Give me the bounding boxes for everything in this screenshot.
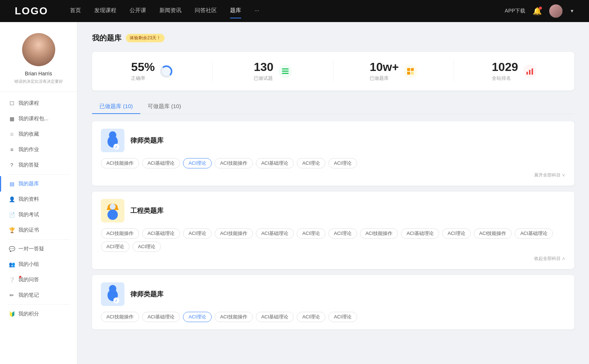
svg-point-18 [110, 204, 116, 210]
user-avatar[interactable] [549, 4, 562, 18]
tag-eng1-3[interactable]: ACI技能操作 [215, 228, 253, 239]
svg-text:✓: ✓ [115, 299, 118, 303]
avatar-image [549, 4, 562, 18]
sidebar-item-my-homework[interactable]: ≡ 我的作业 [0, 142, 77, 157]
stat-value-correct: 55% [131, 61, 155, 74]
tag-lawyer1-1[interactable]: ACI基础理论 [142, 158, 180, 168]
nav-open-course[interactable]: 公开课 [130, 7, 146, 15]
svg-rect-10 [529, 70, 530, 75]
tag-lawyer1-4[interactable]: ACI基础理论 [256, 158, 294, 168]
questions-icon: ▤ [9, 181, 15, 187]
tag-eng1-10[interactable]: ACI技能操作 [474, 228, 512, 239]
profile-icon: 👤 [9, 196, 15, 202]
notification-bell[interactable]: 🔔 [533, 7, 542, 15]
profile-avatar[interactable] [22, 33, 55, 66]
sidebar-item-my-courses[interactable]: ☐ 我的课程 [0, 96, 77, 111]
tag-lawyer1-6[interactable]: ACI理论 [328, 158, 357, 168]
sidebar-item-my-group[interactable]: 👥 我的小组 [0, 257, 77, 272]
tag-eng1-6[interactable]: ACI理论 [328, 228, 357, 239]
nav-news[interactable]: 新闻资讯 [159, 7, 181, 15]
tag-eng1-11[interactable]: ACI基础理论 [515, 228, 553, 239]
sidebar-item-my-profile[interactable]: 👤 我的资料 [0, 192, 77, 207]
sidebar-divider-1 [7, 174, 70, 175]
qbank-header-lawyer-2: ✓ 律师类题库 [101, 282, 565, 306]
page-title: 我的题库 [92, 33, 121, 43]
sidebar-item-my-packages[interactable]: ▦ 我的课程包... [0, 111, 77, 126]
qbank-tags-engineer-1: ACI技能操作 ACI基础理论 ACI理论 ACI技能操作 ACI基础理论 AC… [101, 228, 565, 252]
points-icon: 🔰 [9, 311, 15, 317]
collapse-button-engineer-1[interactable]: 收起全部科目 ∧ [534, 256, 565, 262]
tag-eng1-9[interactable]: ACI理论 [442, 228, 471, 239]
tag-lawyer1-5[interactable]: ACI理论 [297, 158, 325, 168]
courses-icon: ☐ [9, 100, 15, 106]
stat-value-banks: 10w+ [370, 61, 399, 74]
qbank-title-engineer-1: 工程类题库 [130, 206, 163, 215]
tag-eng1-13[interactable]: ACI理论 [133, 242, 161, 252]
tag-eng1-12[interactable]: ACI理论 [101, 242, 130, 252]
stat-done-banks: 10w+ 已做题库 [334, 61, 454, 82]
svg-point-20 [109, 285, 116, 292]
stat-correct-rate: 55% 正确率 [92, 61, 213, 82]
nav-more[interactable]: ··· [254, 7, 259, 15]
certificates-icon: 🏆 [9, 227, 15, 233]
sidebar-profile: Brian Harris 错误的决定比没有决定要好 [0, 22, 77, 92]
sidebar-item-my-exams[interactable]: 📄 我的考试 [0, 207, 77, 222]
tag-eng1-7[interactable]: ACI技能操作 [360, 228, 398, 239]
tag-lawyer2-0[interactable]: ACI技能操作 [101, 312, 139, 322]
stat-text-correct: 55% 正确率 [131, 61, 155, 82]
stat-label-correct: 正确率 [131, 75, 155, 82]
list-icon [281, 67, 289, 75]
qbank-tags-lawyer-1: ACI技能操作 ACI基础理论 ACI理论 ACI技能操作 ACI基础理论 AC… [101, 158, 565, 168]
sidebar-item-my-points[interactable]: 🔰 我的积分 [0, 306, 77, 322]
tag-lawyer1-3[interactable]: ACI技能操作 [215, 158, 253, 168]
tag-lawyer2-2[interactable]: ACI理论 [183, 312, 212, 322]
expand-button-lawyer-1[interactable]: 展开全部科目 ∨ [534, 172, 565, 178]
sidebar-label-my-packages: 我的课程包... [18, 115, 49, 122]
lawyer-avatar-icon: ✓ [104, 130, 121, 151]
sidebar-item-one-on-one[interactable]: 💬 一对一答疑 [0, 241, 77, 257]
stat-done-questions: 130 已做试题 [213, 61, 334, 82]
sidebar-item-my-notes[interactable]: ✏ 我的笔记 [0, 288, 77, 303]
stat-text-rank: 1029 全站排名 [492, 61, 518, 82]
tag-lawyer1-2[interactable]: ACI理论 [183, 158, 212, 168]
main-layout: Brian Harris 错误的决定比没有决定要好 ☐ 我的课程 ▦ 我的课程包… [0, 22, 589, 364]
favorites-icon: ☆ [9, 131, 15, 137]
tab-done-banks[interactable]: 已做题库 (10) [92, 99, 140, 114]
tag-lawyer1-0[interactable]: ACI技能操作 [101, 158, 139, 168]
nav-home[interactable]: 首页 [70, 7, 81, 15]
sidebar-divider-3 [7, 304, 70, 305]
packages-icon: ▦ [9, 116, 15, 122]
app-download-button[interactable]: APP下载 [505, 8, 525, 14]
qbank-avatar-lawyer-1: ✓ [101, 129, 124, 152]
tag-eng1-4[interactable]: ACI基础理论 [256, 228, 294, 239]
tag-eng1-5[interactable]: ACI理论 [297, 228, 325, 239]
tag-eng1-8[interactable]: ACI基础理论 [401, 228, 439, 239]
sidebar-item-my-qa[interactable]: ? 我的答疑 [0, 157, 77, 173]
user-menu-chevron[interactable]: ▼ [570, 8, 574, 14]
stat-icon-done [279, 65, 292, 78]
qa-icon: ? [9, 162, 15, 168]
tag-eng1-0[interactable]: ACI技能操作 [101, 228, 139, 239]
tag-lawyer2-5[interactable]: ACI理论 [297, 312, 325, 322]
tag-lawyer2-4[interactable]: ACI基础理论 [256, 312, 294, 322]
svg-rect-4 [282, 73, 289, 74]
svg-point-17 [107, 210, 118, 220]
sidebar-label-my-profile: 我的资料 [18, 196, 39, 203]
nav-qa[interactable]: 问答社区 [195, 7, 217, 15]
sidebar-label-my-homework: 我的作业 [18, 146, 39, 153]
tab-available-banks[interactable]: 可做题库 (10) [140, 99, 188, 114]
navbar: LOGO 首页 发现课程 公开课 新闻资讯 问答社区 题库 ··· APP下载 … [0, 0, 589, 22]
tag-eng1-1[interactable]: ACI基础理论 [142, 228, 180, 239]
stat-label-banks: 已做题库 [370, 75, 399, 82]
tag-lawyer2-6[interactable]: ACI理论 [328, 312, 357, 322]
sidebar-item-my-favorites[interactable]: ☆ 我的收藏 [0, 126, 77, 142]
sidebar-item-my-answers[interactable]: ❔ 我的问答 [0, 272, 77, 288]
tag-eng1-2[interactable]: ACI理论 [183, 228, 212, 239]
grid-icon [406, 67, 415, 75]
sidebar-item-my-questions[interactable]: ▤ 我的题库 [0, 176, 77, 192]
nav-discover[interactable]: 发现课程 [94, 7, 116, 15]
sidebar-item-my-certificates[interactable]: 🏆 我的证书 [0, 222, 77, 238]
tag-lawyer2-3[interactable]: ACI技能操作 [215, 312, 253, 322]
tag-lawyer2-1[interactable]: ACI基础理论 [142, 312, 180, 322]
nav-question-bank[interactable]: 题库 [230, 7, 241, 15]
